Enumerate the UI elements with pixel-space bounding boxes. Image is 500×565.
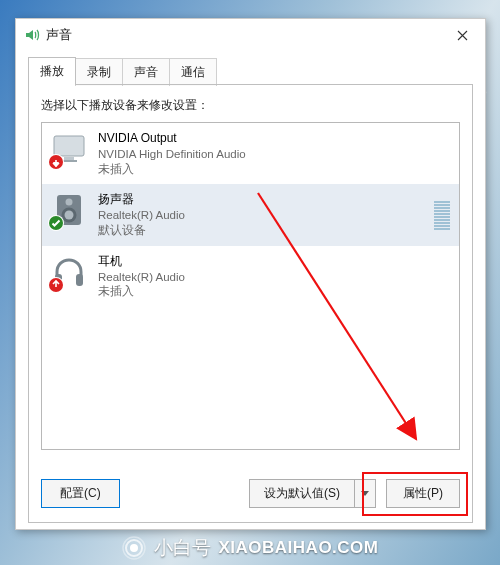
- device-sub: NVIDIA High Definition Audio: [98, 147, 246, 162]
- device-status: 未插入: [98, 162, 246, 177]
- svg-point-13: [130, 544, 138, 552]
- watermark-brand: 小白号 XIAOBAIHAO.COM: [0, 535, 500, 561]
- unplugged-icon: [48, 277, 64, 293]
- default-check-icon: [48, 215, 64, 231]
- button-row: 配置(C) 设为默认值(S) 属性(P): [41, 479, 460, 508]
- svg-rect-1: [64, 157, 74, 160]
- configure-button[interactable]: 配置(C): [41, 479, 120, 508]
- device-list[interactable]: NVIDIA Output NVIDIA High Definition Aud…: [41, 122, 460, 450]
- svg-point-5: [66, 199, 73, 206]
- titlebar: 声音: [16, 19, 485, 51]
- svg-rect-10: [76, 274, 83, 286]
- properties-button[interactable]: 属性(P): [386, 479, 460, 508]
- close-button[interactable]: [445, 23, 479, 47]
- headphones-icon: [51, 254, 87, 290]
- monitor-icon: [51, 131, 87, 167]
- set-default-dropdown[interactable]: [354, 479, 376, 508]
- device-sub: Realtek(R) Audio: [98, 208, 185, 223]
- svg-rect-0: [54, 136, 84, 156]
- device-item-nvidia[interactable]: NVIDIA Output NVIDIA High Definition Aud…: [42, 123, 459, 184]
- device-sub: Realtek(R) Audio: [98, 270, 185, 285]
- set-default-split-button[interactable]: 设为默认值(S): [249, 479, 376, 508]
- tab-playback[interactable]: 播放: [28, 57, 76, 85]
- tabstrip: 播放 录制 声音 通信: [28, 57, 473, 85]
- level-meter-icon: [434, 192, 450, 237]
- unplugged-icon: [48, 154, 64, 170]
- device-item-speakers[interactable]: 扬声器 Realtek(R) Audio 默认设备: [42, 184, 459, 245]
- device-name: 耳机: [98, 254, 185, 270]
- device-status: 默认设备: [98, 223, 185, 238]
- brand-logo-icon: [122, 536, 146, 560]
- device-status: 未插入: [98, 284, 185, 299]
- speaker-device-icon: [51, 192, 87, 228]
- tab-recording[interactable]: 录制: [75, 58, 123, 86]
- chevron-down-icon: [361, 491, 369, 497]
- device-name: NVIDIA Output: [98, 131, 246, 147]
- instruction-text: 选择以下播放设备来修改设置：: [41, 97, 460, 114]
- tab-sounds[interactable]: 声音: [122, 58, 170, 86]
- device-item-headphones[interactable]: 耳机 Realtek(R) Audio 未插入: [42, 246, 459, 307]
- brand-name-cn: 小白号: [154, 535, 211, 561]
- sound-dialog: 声音 播放 录制 声音 通信 选择以下播放设备来修改设置：: [15, 18, 486, 530]
- tab-communications[interactable]: 通信: [169, 58, 217, 86]
- playback-panel: 选择以下播放设备来修改设置： NVIDIA Output NVIDIA High…: [28, 85, 473, 523]
- brand-name-en: XIAOBAIHAO.COM: [219, 538, 379, 558]
- window-title: 声音: [46, 27, 445, 44]
- device-name: 扬声器: [98, 192, 185, 208]
- svg-point-7: [65, 211, 74, 220]
- speaker-icon: [24, 27, 40, 43]
- set-default-button[interactable]: 设为默认值(S): [249, 479, 354, 508]
